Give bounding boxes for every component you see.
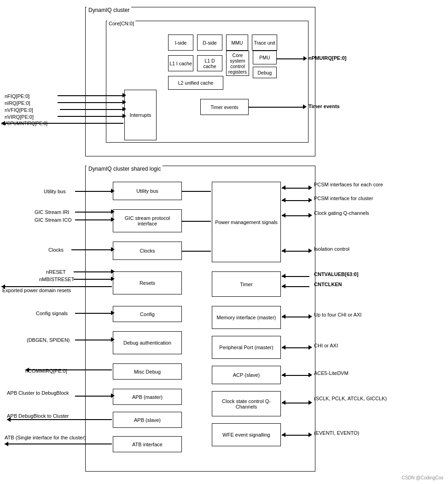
nreset-sig: nRESET <box>46 269 66 275</box>
cntvalueb-sig: CNTVALUEB[63:0] <box>314 271 358 277</box>
cntclken-line <box>282 286 309 287</box>
nmbistreset-sig: nMBISTRESET <box>39 277 74 282</box>
memory-interface-block: Memory interface (master) <box>212 306 281 329</box>
atb-interface-block: ATB interface <box>113 436 182 452</box>
nreset-line <box>74 271 112 272</box>
debug-auth-block: Debug authentication <box>113 331 182 354</box>
shared-logic-label: DynamIQ cluster shared logic <box>87 166 163 172</box>
watermark: CSDN @CodingCos <box>401 475 443 480</box>
nvcpumnt-line <box>1 123 123 124</box>
utility-bus-block: Utility bus <box>113 182 182 200</box>
nvirq-signal: nVIRQ[PE:0] <box>5 114 34 120</box>
ace5-line <box>282 375 309 376</box>
npmuirq-line <box>277 58 304 59</box>
utility-bus-arrow <box>111 189 115 193</box>
npmuirq-signal: nPMUIRQ[PE:0] <box>308 55 347 61</box>
l1i-cache-box: L1 I cache <box>168 55 193 71</box>
nirq-arrow <box>122 100 126 104</box>
interrupts-box: Interrupts <box>124 90 157 140</box>
pcsm-cluster-line <box>282 200 309 201</box>
chi-axi-line <box>282 347 309 348</box>
trace-unit-box: Trace unit <box>252 35 277 51</box>
exported-pwr-line <box>1 286 112 287</box>
nvfiq-signal: nVFIQ[PE:0] <box>5 107 33 113</box>
ace5-sig: ACE5-LiteDVM <box>314 370 349 376</box>
clock-gating-sig: Clock gating Q-channels <box>314 210 369 216</box>
pcsm-each-line1 <box>282 188 309 189</box>
clocks-line <box>71 249 112 250</box>
clock-gating-arrow-left <box>282 213 285 218</box>
gic-iri-sig: GIC Stream IRI <box>35 209 69 215</box>
gic-ico-sig: GIC Stream ICO <box>35 217 72 223</box>
isolation-arrow-right <box>308 248 312 253</box>
timer-events-box: Timer events <box>200 99 249 115</box>
ncommirq-line <box>25 369 112 370</box>
clock-gating-line <box>282 215 309 216</box>
nvirq-arrow <box>122 114 126 118</box>
npmuirq-arrow <box>303 56 307 61</box>
pcsm-each-arrow-left <box>282 185 285 190</box>
apb-cluster-arrow <box>111 393 115 398</box>
chi-axi-four-arrow-right <box>308 314 312 319</box>
pcsm-cluster-arrow-left <box>282 198 285 202</box>
gic-ico-arrow <box>111 217 115 222</box>
chi-axi-four-line <box>282 317 309 317</box>
atb-line <box>5 444 112 444</box>
gic-iri-line <box>75 212 112 213</box>
timer-events-right-line <box>249 107 304 108</box>
apb-slave-block: APB (slave) <box>113 412 182 428</box>
apb-cluster-line <box>75 396 112 397</box>
pcsm-cluster-sig: PCSM interface for cluster <box>314 196 373 201</box>
utility-bus-line <box>75 191 112 192</box>
isolation-arrow-left <box>282 248 285 253</box>
dbgen-line <box>75 340 112 340</box>
pcsm-each-arrow-right <box>308 185 312 190</box>
clock-state-block: Clock state control Q-Channels <box>212 391 281 416</box>
gic-to-power-line <box>182 221 211 222</box>
cntvalueb-arrow <box>282 274 285 278</box>
ncommirq-sig: nCOMMIRQ[PE:0] <box>25 368 67 374</box>
clock-gating-arrow-right <box>308 213 312 218</box>
chi-axi-four-arrow-left <box>282 314 285 319</box>
dbgen-sig: (DBGEN, SPIDEN) <box>27 337 70 343</box>
eventi-sig: (EVENTI, EVENTO) <box>314 430 359 436</box>
core-box-label: Core[CN:0] <box>107 21 135 26</box>
ace5-arrow-right <box>308 373 312 377</box>
misc-debug-block: Misc Debug <box>113 363 182 380</box>
nfiq-arrow <box>122 93 126 98</box>
core-sys-ctrl-box: Core system control registers <box>226 51 249 76</box>
gic-iri-arrow <box>111 209 115 214</box>
wfe-event-block: WFE event signalling <box>212 423 281 446</box>
gic-ico-line <box>75 219 112 220</box>
apb-dbg-sig: APB DebugBlock to Cluster <box>7 413 69 419</box>
pcsm-each-sig: PCSM interfaces for each core <box>314 182 383 187</box>
isolation-sig: Isolation control <box>314 246 349 252</box>
pcsm-cluster-arrow-right <box>308 198 312 202</box>
dside-box: D-side <box>197 35 222 51</box>
iside-box: I-side <box>168 35 193 51</box>
apb-dbg-line <box>7 419 112 420</box>
chi-axi-arrow-right <box>308 345 312 350</box>
config-arrow <box>111 311 115 315</box>
mmu-box: MMU <box>226 35 248 51</box>
clocks-arrow <box>111 247 115 252</box>
cntclken-arrow <box>282 284 285 288</box>
apb-cluster-sig: APB Cluster to DebugBlock <box>7 390 69 396</box>
nfiq-line <box>58 95 123 96</box>
chi-axi-four-sig: Up to four CHI or AXI <box>314 312 361 317</box>
nmbistreset-line <box>74 279 112 280</box>
timer-events-right-signal: Timer events <box>308 104 340 109</box>
clk-to-power-line <box>182 251 211 252</box>
power-mgmt-block: Power management signals <box>212 182 281 262</box>
clocks-sig: Clocks <box>48 247 64 253</box>
nreset-arrow <box>111 269 115 274</box>
nvfiq-line <box>60 109 123 110</box>
apb-master-block: APB (master) <box>113 389 182 405</box>
config-sig: Config signals <box>36 311 68 316</box>
clocks-block: Clocks <box>113 242 182 260</box>
sclk-line <box>282 403 309 403</box>
sclk-sig: (SCLK, PCLK, ATCLK, GICCLK) <box>314 396 387 401</box>
timer-block: Timer <box>212 271 281 297</box>
config-line <box>75 313 112 314</box>
debug-box: Debug <box>253 67 277 78</box>
